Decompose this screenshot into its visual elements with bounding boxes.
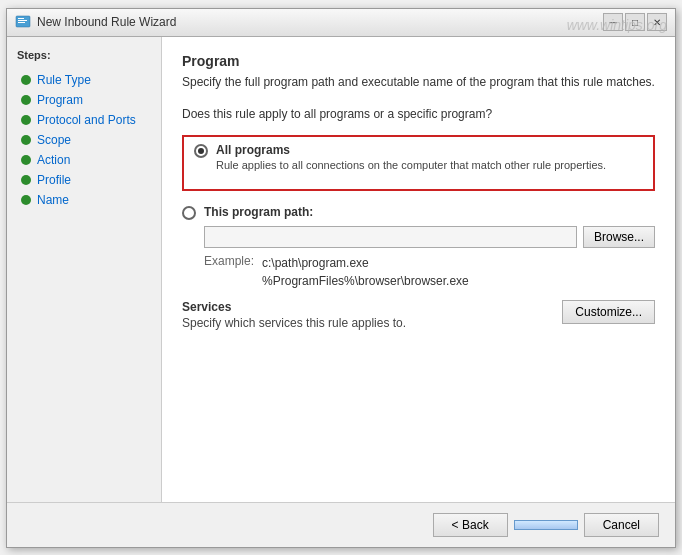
browse-button[interactable]: Browse... bbox=[583, 226, 655, 248]
step-dot-profile bbox=[21, 175, 31, 185]
sidebar-item-action[interactable]: Action bbox=[17, 151, 151, 169]
all-programs-label: All programs bbox=[216, 143, 606, 157]
all-programs-option-box: All programs Rule applies to all connect… bbox=[182, 135, 655, 191]
svg-rect-2 bbox=[18, 20, 27, 21]
sidebar-label-scope: Scope bbox=[37, 133, 71, 147]
this-program-option-row: This program path: bbox=[182, 205, 655, 220]
svg-rect-1 bbox=[18, 18, 24, 19]
program-path-row: Browse... bbox=[204, 226, 655, 248]
question-text: Does this rule apply to all programs or … bbox=[182, 107, 655, 121]
back-button[interactable]: < Back bbox=[433, 513, 508, 537]
cancel-button[interactable]: Cancel bbox=[584, 513, 659, 537]
step-dot-name bbox=[21, 195, 31, 205]
steps-label: Steps: bbox=[17, 49, 151, 61]
step-dot-rule-type bbox=[21, 75, 31, 85]
all-programs-desc: Rule applies to all connections on the c… bbox=[216, 159, 606, 171]
services-desc: Specify which services this rule applies… bbox=[182, 316, 406, 330]
step-dot-protocol-ports bbox=[21, 115, 31, 125]
all-programs-option-row: All programs Rule applies to all connect… bbox=[194, 143, 643, 171]
this-program-label: This program path: bbox=[204, 205, 313, 219]
this-program-text: This program path: bbox=[204, 205, 313, 219]
next-button[interactable] bbox=[514, 520, 578, 530]
all-programs-radio[interactable] bbox=[194, 144, 208, 158]
step-dot-action bbox=[21, 155, 31, 165]
wizard-icon bbox=[15, 14, 31, 30]
page-title: Program bbox=[182, 53, 655, 69]
services-title: Services bbox=[182, 300, 406, 314]
all-programs-text: All programs Rule applies to all connect… bbox=[216, 143, 606, 171]
step-dot-program bbox=[21, 95, 31, 105]
sidebar-item-program[interactable]: Program bbox=[17, 91, 151, 109]
sidebar-item-scope[interactable]: Scope bbox=[17, 131, 151, 149]
sidebar-label-protocol-ports: Protocol and Ports bbox=[37, 113, 136, 127]
sidebar: Steps: Rule Type Program Protocol and Po… bbox=[7, 37, 162, 502]
sidebar-label-profile: Profile bbox=[37, 173, 71, 187]
example-text: c:\path\program.exe %ProgramFiles%\brows… bbox=[262, 254, 469, 290]
main-panel: Program Specify the full program path an… bbox=[162, 37, 675, 502]
title-bar-left: New Inbound Rule Wizard bbox=[15, 14, 176, 30]
program-path-input[interactable] bbox=[204, 226, 577, 248]
main-content: Steps: Rule Type Program Protocol and Po… bbox=[7, 37, 675, 502]
sidebar-item-rule-type[interactable]: Rule Type bbox=[17, 71, 151, 89]
example-label: Example: bbox=[204, 254, 254, 290]
svg-rect-3 bbox=[18, 22, 25, 23]
sidebar-label-action: Action bbox=[37, 153, 70, 167]
services-info: Services Specify which services this rul… bbox=[182, 300, 406, 330]
window-title: New Inbound Rule Wizard bbox=[37, 15, 176, 29]
footer: < Back Cancel bbox=[7, 502, 675, 547]
this-program-radio[interactable] bbox=[182, 206, 196, 220]
sidebar-item-profile[interactable]: Profile bbox=[17, 171, 151, 189]
sidebar-item-protocol-ports[interactable]: Protocol and Ports bbox=[17, 111, 151, 129]
step-dot-scope bbox=[21, 135, 31, 145]
page-subtitle: Specify the full program path and execut… bbox=[182, 75, 655, 89]
sidebar-label-name: Name bbox=[37, 193, 69, 207]
watermark: www.wintips.org bbox=[567, 17, 667, 33]
sidebar-item-name[interactable]: Name bbox=[17, 191, 151, 209]
svg-rect-0 bbox=[16, 16, 30, 27]
services-section: Services Specify which services this rul… bbox=[182, 300, 655, 330]
customize-button[interactable]: Customize... bbox=[562, 300, 655, 324]
sidebar-label-rule-type: Rule Type bbox=[37, 73, 91, 87]
sidebar-label-program: Program bbox=[37, 93, 83, 107]
example-section: Example: c:\path\program.exe %ProgramFil… bbox=[204, 254, 655, 290]
wizard-window: New Inbound Rule Wizard ─ □ ✕ www.wintip… bbox=[6, 8, 676, 548]
